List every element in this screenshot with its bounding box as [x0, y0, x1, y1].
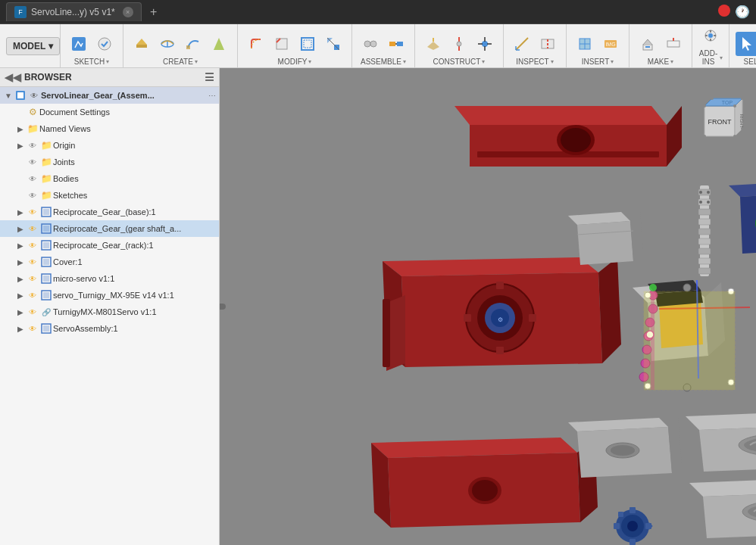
extrude-icon[interactable]: [130, 32, 154, 56]
svg-rect-18: [397, 42, 403, 46]
root-options[interactable]: ⋯: [208, 92, 216, 100]
motion-icon[interactable]: [384, 32, 408, 56]
tree-item-micro-servo[interactable]: ▶ 👁 micro-servo v1:1: [0, 270, 219, 287]
svg-text:FRONT: FRONT: [708, 118, 732, 126]
model-button[interactable]: MODEL ▾: [6, 37, 60, 55]
tree-item-named-views[interactable]: ▶ 📁 Named Views: [0, 120, 219, 137]
close-tab-button[interactable]: ×: [123, 7, 133, 17]
tree-item-turnigy-m801[interactable]: ▶ 👁 🔗 TurnigyMX-M801Servo v1:1: [0, 304, 219, 320]
sketch-icons: [67, 32, 117, 56]
eye-bodies[interactable]: 👁: [26, 172, 39, 185]
comp-icon-micro-servo: [39, 272, 53, 285]
chamfer-icon[interactable]: [270, 32, 294, 56]
link-icon: 🔗: [39, 305, 53, 319]
addins-icon[interactable]: [698, 23, 723, 48]
create-label: CREATE ▾: [163, 58, 198, 66]
tree-item-cover[interactable]: ▶ 👁 Cover:1: [0, 254, 219, 270]
eye-turnigy-m801[interactable]: 👁: [26, 305, 39, 319]
plane-icon[interactable]: [421, 32, 445, 56]
tree-items: ⚙ Document Settings ▶ 📁 Named Views ▶ 👁 …: [0, 104, 219, 337]
title-bar: F ServoLine...y) v5 v1* × + 🕐: [0, 0, 756, 24]
model-selector[interactable]: MODEL ▾: [0, 24, 61, 67]
eye-recip-shaft[interactable]: 👁: [26, 222, 39, 235]
sketch-label: SKETCH ▾: [74, 58, 110, 66]
eye-cover[interactable]: 👁: [26, 255, 39, 269]
3d-scene: ⚙: [220, 68, 756, 545]
tree-item-origin[interactable]: ▶ 👁 📁 Origin: [0, 137, 219, 154]
tree-item-joints[interactable]: 👁 📁 Joints: [0, 154, 219, 170]
svg-rect-169: [629, 539, 636, 545]
tree-item-reciprocate-shaft[interactable]: ▶ 👁 Reciprocate_Gear_(gear shaft_a...: [0, 220, 219, 237]
comp-icon-cover: [39, 255, 53, 269]
clock-icon[interactable]: 🕐: [735, 5, 750, 20]
svg-rect-83: [529, 314, 536, 322]
tree-item-servo-turnigy[interactable]: ▶ 👁 servo_Turnigy_MX-95E v14 v1:1: [0, 287, 219, 304]
eye-servo-turnigy[interactable]: 👁: [26, 288, 39, 302]
tree-item-doc-settings[interactable]: ⚙ Document Settings: [0, 104, 219, 120]
insert-mesh-icon[interactable]: [573, 32, 597, 56]
joint-icon[interactable]: [358, 32, 383, 56]
tree-item-reciprocate-rack[interactable]: ▶ 👁 Reciprocate_Gear_(rack):1: [0, 237, 219, 254]
folder-icon-sketches: 📁: [39, 188, 53, 202]
folder-icon-joints: 📁: [39, 155, 53, 169]
svg-marker-20: [427, 42, 439, 50]
tree-item-servo-assembly[interactable]: ▶ 👁 ServoAssembly:1: [0, 320, 219, 337]
loft-icon[interactable]: [207, 32, 231, 56]
eye-origin[interactable]: 👁: [26, 139, 39, 152]
svg-rect-137: [698, 209, 711, 215]
eye-root[interactable]: 👁: [27, 89, 41, 102]
fillet-icon[interactable]: [244, 32, 268, 56]
select-arrow-icon[interactable]: [736, 32, 756, 56]
viewport[interactable]: ⚙: [220, 68, 756, 545]
laser-icon[interactable]: [661, 32, 686, 56]
sketch-create-icon[interactable]: [67, 32, 91, 56]
axis-icon[interactable]: [447, 32, 471, 56]
eye-micro-servo[interactable]: 👁: [26, 272, 39, 285]
eye-sketches[interactable]: 👁: [26, 188, 39, 202]
comp-icon-servo-turnigy: [39, 288, 53, 302]
sweep-icon[interactable]: [181, 32, 205, 56]
inspect-icons: [510, 32, 560, 56]
make-icons: [636, 32, 686, 56]
view-controls: [220, 304, 226, 310]
folder-icon-named: 📁: [26, 122, 39, 135]
title-tab[interactable]: F ServoLine...y) v5 v1* ×: [6, 2, 142, 21]
svg-rect-53: [17, 92, 23, 98]
svg-text:IMG: IMG: [605, 42, 615, 47]
3dprint-icon[interactable]: [636, 32, 660, 56]
recording-icon[interactable]: [718, 5, 730, 17]
tree-root[interactable]: ▼ 👁 ServoLinear_Gear_(Assem... ⋯: [0, 87, 219, 104]
sketch-finish-icon[interactable]: [92, 32, 117, 56]
toolbar-group-make: MAKE ▾: [629, 24, 692, 67]
svg-rect-42: [667, 41, 679, 47]
tree-item-bodies[interactable]: 👁 📁 Bodies: [0, 170, 219, 187]
eye-recip-base[interactable]: 👁: [26, 205, 39, 219]
toolbar-group-modify: MODIFY ▾: [238, 24, 352, 67]
toolbar-group-assemble: ASSEMBLE ▾: [352, 24, 415, 67]
tree-item-sketches[interactable]: 👁 📁 Sketches: [0, 187, 219, 204]
svg-rect-138: [698, 219, 711, 225]
svg-rect-5: [186, 45, 190, 49]
shell-icon[interactable]: [295, 32, 320, 56]
eye-joints[interactable]: 👁: [26, 155, 39, 169]
browser-menu-button[interactable]: ☰: [205, 71, 214, 83]
eye-recip-rack[interactable]: 👁: [26, 238, 39, 252]
svg-rect-139: [698, 229, 711, 235]
new-tab-button[interactable]: +: [145, 3, 163, 21]
svg-rect-63: [43, 276, 49, 282]
point-icon[interactable]: [473, 32, 497, 56]
root-arrow: ▼: [3, 92, 14, 100]
collapse-browser-button[interactable]: ◀◀: [5, 71, 21, 83]
toolbar-group-inspect: INSPECT ▾: [504, 24, 567, 67]
svg-rect-192: [644, 291, 735, 390]
section-icon[interactable]: [536, 32, 560, 56]
decal-icon[interactable]: IMG: [598, 32, 623, 56]
tree-item-reciprocate-base[interactable]: ▶ 👁 Reciprocate_Gear_(base):1: [0, 204, 219, 220]
revolve-icon[interactable]: [155, 32, 180, 56]
measure-icon[interactable]: [510, 32, 534, 56]
svg-point-25: [482, 41, 488, 47]
svg-rect-10: [304, 40, 311, 48]
scale-icon[interactable]: [321, 32, 345, 56]
construct-icons: [421, 32, 497, 56]
eye-servo-assembly[interactable]: 👁: [26, 322, 39, 335]
